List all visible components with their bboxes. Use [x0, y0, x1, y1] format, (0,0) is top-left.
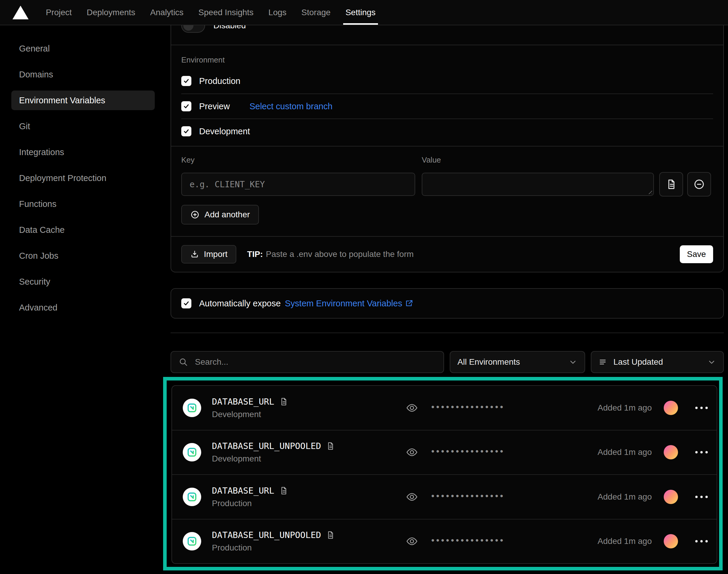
env-var-value: ••••••••••••••• [406, 446, 505, 458]
tip-text: TIP:Paste a .env above to populate the f… [247, 249, 414, 259]
row-menu-button[interactable] [693, 494, 710, 500]
env-var-value: ••••••••••••••• [406, 491, 505, 503]
key-value-section: Key Value [171, 147, 723, 236]
eye-icon[interactable] [406, 402, 418, 414]
sidebar-item-data-cache[interactable]: Data Cache [11, 220, 155, 240]
system-env-vars-link[interactable]: System Environment Variables [285, 299, 414, 309]
masked-value: ••••••••••••••• [431, 403, 505, 411]
env-var-text: DATABASE_URL_UNPOOLED Development [212, 441, 335, 463]
environment-section: Environment Production Preview Select cu [171, 45, 723, 146]
import-button[interactable]: Import [181, 245, 236, 263]
minus-circle-icon [693, 178, 705, 190]
search-box [171, 351, 444, 373]
production-checkbox[interactable] [181, 76, 191, 86]
env-var-row: DATABASE_URL Development •••••••••••••••… [172, 386, 717, 430]
neon-integration-icon [183, 532, 201, 550]
env-var-meta: Added 1m ago [598, 534, 710, 548]
sidebar-item-domains[interactable]: Domains [11, 65, 155, 84]
sidebar-item-git[interactable]: Git [11, 116, 155, 136]
masked-value: ••••••••••••••• [431, 447, 505, 456]
plus-circle-icon [190, 210, 200, 219]
sidebar-item-functions[interactable]: Functions [11, 194, 155, 214]
environment-filter-dropdown[interactable]: All Environments [450, 351, 585, 373]
search-input[interactable] [195, 357, 436, 367]
env-var-target: Production [212, 499, 288, 508]
neon-integration-icon [183, 399, 201, 417]
save-button[interactable]: Save [680, 245, 713, 263]
eye-icon[interactable] [406, 535, 418, 547]
sidebar-item-cron-jobs[interactable]: Cron Jobs [11, 246, 155, 265]
nav-tab-deployments[interactable]: Deployments [87, 0, 135, 25]
external-link-icon [405, 299, 414, 308]
nav-tab-speed-insights[interactable]: Speed Insights [199, 0, 254, 25]
avatar [664, 490, 678, 504]
system-env-vars-panel: Automatically expose System Environment … [171, 288, 724, 319]
sidebar-item-general[interactable]: General [11, 39, 155, 58]
search-icon [178, 357, 188, 367]
sidebar-item-environment-variables[interactable]: Environment Variables [11, 90, 155, 110]
env-var-form-panel: Disabled Environment Production [171, 6, 724, 273]
nav-tab-logs[interactable]: Logs [268, 0, 287, 25]
form-footer: Import TIP:Paste a .env above to populat… [171, 236, 723, 272]
note-icon[interactable] [326, 442, 335, 450]
env-var-meta: Added 1m ago [598, 445, 710, 459]
add-another-button[interactable]: Add another [181, 205, 259, 224]
vercel-settings-page: Project Deployments Analytics Speed Insi… [0, 0, 728, 574]
sidebar-item-security[interactable]: Security [11, 272, 155, 291]
added-timestamp: Added 1m ago [598, 447, 652, 457]
row-menu-button[interactable] [693, 449, 710, 455]
env-var-list: DATABASE_URL Development •••••••••••••••… [171, 385, 717, 564]
environment-filter-value: All Environments [458, 357, 563, 367]
top-nav: Project Deployments Analytics Speed Insi… [0, 0, 728, 25]
env-var-name: DATABASE_URL_UNPOOLED [212, 441, 321, 451]
preview-checkbox[interactable] [181, 101, 191, 111]
chevron-down-icon [707, 358, 716, 367]
sort-lines-icon [599, 357, 608, 367]
vercel-logo-icon[interactable] [12, 6, 29, 19]
env-var-text: DATABASE_URL Development [212, 397, 288, 419]
env-var-target: Development [212, 454, 335, 463]
environment-row-production: Production [181, 69, 713, 93]
sidebar-item-advanced[interactable]: Advanced [11, 298, 155, 317]
select-custom-branch-link[interactable]: Select custom branch [249, 101, 333, 111]
sidebar-item-deployment-protection[interactable]: Deployment Protection [11, 168, 155, 188]
preview-label: Preview [199, 101, 230, 111]
value-input[interactable] [422, 173, 654, 196]
nav-tab-settings[interactable]: Settings [346, 0, 376, 25]
download-icon [190, 250, 199, 259]
added-timestamp: Added 1m ago [598, 403, 652, 413]
note-icon[interactable] [326, 531, 335, 539]
masked-value: ••••••••••••••• [431, 536, 505, 545]
eye-icon[interactable] [406, 446, 418, 458]
env-var-row: DATABASE_URL_UNPOOLED Development ••••••… [172, 430, 717, 475]
key-input[interactable] [181, 173, 415, 196]
added-timestamp: Added 1m ago [598, 536, 652, 546]
row-menu-button[interactable] [693, 405, 710, 411]
nav-tab-storage[interactable]: Storage [301, 0, 331, 25]
top-nav-tabs: Project Deployments Analytics Speed Insi… [46, 0, 376, 25]
nav-tab-analytics[interactable]: Analytics [150, 0, 184, 25]
value-label: Value [422, 155, 441, 165]
masked-value: ••••••••••••••• [431, 492, 505, 500]
nav-tab-project[interactable]: Project [46, 0, 72, 25]
environment-row-development: Development [181, 119, 713, 144]
document-icon [666, 179, 677, 190]
eye-icon[interactable] [406, 491, 418, 503]
sort-dropdown[interactable]: Last Updated [591, 351, 724, 373]
env-var-name: DATABASE_URL [212, 486, 274, 496]
neon-integration-icon [183, 443, 201, 461]
sidebar-item-integrations[interactable]: Integrations [11, 142, 155, 162]
add-another-label: Add another [205, 210, 250, 219]
divider [171, 333, 724, 333]
paste-env-button[interactable] [659, 172, 683, 197]
env-var-meta: Added 1m ago [598, 490, 710, 504]
note-icon[interactable] [279, 486, 288, 495]
development-label: Development [199, 127, 250, 136]
remove-row-button[interactable] [687, 172, 711, 197]
auto-expose-checkbox[interactable] [181, 298, 191, 309]
row-menu-button[interactable] [693, 538, 710, 544]
development-checkbox[interactable] [181, 126, 191, 136]
env-var-row: DATABASE_URL Production ••••••••••••••• … [172, 474, 717, 519]
env-var-row: DATABASE_URL_UNPOOLED Production •••••••… [172, 519, 717, 564]
note-icon[interactable] [279, 397, 288, 406]
